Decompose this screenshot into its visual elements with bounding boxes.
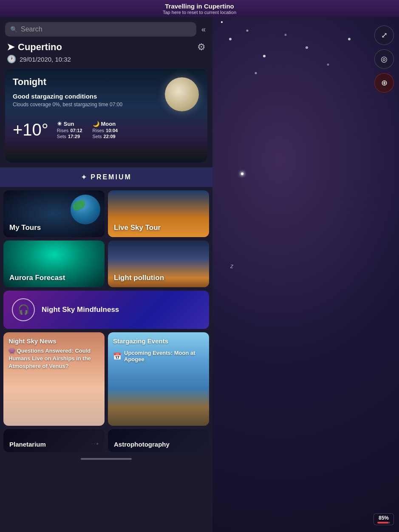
search-bar-container: 🔍 « <box>0 17 212 40</box>
temperature: +10° <box>13 120 48 139</box>
tile-live-sky-tour[interactable]: Live Sky Tour <box>108 190 209 237</box>
moon-label: Moon <box>101 121 116 127</box>
tonight-details: Clouds coverage 0%, best stargazing time… <box>13 102 200 108</box>
aurora-label: Aurora Forecast <box>9 274 65 282</box>
scroll-indicator-bar <box>81 458 132 460</box>
datetime-text: 29/01/2020, 10:32 <box>20 56 71 63</box>
headphones-icon: 🎧 <box>18 304 29 315</box>
mindfulness-label: Night Sky Mindfulness <box>42 306 119 314</box>
moon-rises-row: Rises 10:04 <box>93 128 118 133</box>
tile-aurora-forecast[interactable]: Aurora Forecast <box>3 241 105 287</box>
sun-sets-label: Sets <box>57 134 66 139</box>
star-dot <box>241 173 243 175</box>
sun-sets-time: 17:29 <box>68 134 80 139</box>
moon-rises-time: 10:04 <box>106 128 118 133</box>
expand-icon: ⤢ <box>381 31 388 40</box>
search-input-wrapper[interactable]: 🔍 <box>5 22 196 37</box>
moon-sets-time: 22:09 <box>104 134 116 139</box>
astrophotography-label: Astrophotography <box>114 441 170 448</box>
planetarium-label: Planetarium <box>9 441 46 448</box>
tile-light-pollution[interactable]: Light pollution <box>108 241 209 287</box>
moon-info: 🌙 Moon Rises 10:04 Sets 22:09 <box>93 121 118 139</box>
news-article: 👾 Questions Answered: Could Humans Live … <box>8 347 99 371</box>
tile-astrophotography[interactable]: Astrophotography <box>108 429 209 452</box>
moon-sets-label: Sets <box>93 134 102 139</box>
scroll-indicator <box>0 456 212 463</box>
events-title: Stargazing Events <box>113 337 204 345</box>
event-row: 📅 Upcoming Events: Moon at Apogee <box>113 350 204 362</box>
sun-rises-label: Rises <box>57 128 69 133</box>
event-text: Upcoming Events: Moon at Apogee <box>124 350 204 362</box>
tile-stargazing-events[interactable]: Stargazing Events 📅 Upcoming Events: Moo… <box>108 332 209 426</box>
sun-info: ☀ Sun Rises 07:12 Sets 17:29 <box>57 121 82 139</box>
battery-indicator: 85% <box>374 513 394 525</box>
tonight-title: Tonight <box>13 76 200 88</box>
top-bar-subtitle: Tap here to reset to current location <box>163 10 236 15</box>
top-bar-title: Travelling in Cupertino <box>165 3 234 10</box>
sun-rises-time: 07:12 <box>70 128 82 133</box>
events-content: Stargazing Events 📅 Upcoming Events: Moo… <box>108 332 209 426</box>
mindfulness-icon-circle: 🎧 <box>12 298 35 321</box>
date-row: 🕐 29/01/2020, 10:32 <box>0 54 212 69</box>
earth-visual <box>71 195 100 224</box>
sun-header: ☀ Sun <box>57 121 82 127</box>
right-controls: ⤢ ◎ ⊕ <box>374 25 394 93</box>
my-tours-label: My Tours <box>9 224 41 232</box>
premium-grid: My Tours Live Sky Tour Aurora Forecast L… <box>0 187 212 291</box>
tile-planetarium[interactable]: Planetarium · · + <box>3 429 105 452</box>
location-name-text: Cupertino <box>18 42 62 53</box>
sun-sets-row: Sets 17:29 <box>57 134 82 139</box>
bottom-grid: Planetarium · · + Astrophotography <box>0 429 212 456</box>
tonight-conditions: Good stargazing conditions <box>13 93 200 100</box>
premium-header: ✦ PREMIUM <box>0 167 212 187</box>
location-name: ➤ Cupertino <box>7 42 62 53</box>
sun-rises-row: Rises 07:12 <box>57 128 82 133</box>
location-row: ➤ Cupertino ⚙ <box>0 40 212 54</box>
live-sky-label: Live Sky Tour <box>114 224 161 232</box>
calendar-icon: 📅 <box>113 352 122 360</box>
collapse-button[interactable]: « <box>200 23 207 36</box>
moon-header: 🌙 Moon <box>93 121 118 127</box>
sun-moon-info: ☀ Sun Rises 07:12 Sets 17:29 <box>57 121 118 139</box>
tile-mindfulness[interactable]: 🎧 Night Sky Mindfulness <box>3 291 209 329</box>
battery-percent: 85% <box>379 515 389 521</box>
premium-label: PREMIUM <box>91 173 132 181</box>
z-letter: z <box>230 263 233 269</box>
sidebar: 🔍 « ➤ Cupertino ⚙ 🕐 29/01/2020, 10:32 To… <box>0 17 212 532</box>
sun-icon: ☀ <box>57 121 62 127</box>
planetarium-dots: · · + <box>91 441 99 446</box>
clock-icon: 🕐 <box>7 54 16 64</box>
compass-icon: ◎ <box>381 54 388 64</box>
moon-rises-label: Rises <box>93 128 105 133</box>
tonight-bottom: +10° ☀ Sun Rises 07:12 Sets 17: <box>13 120 200 139</box>
top-bar[interactable]: Travelling in Cupertino Tap here to rese… <box>0 0 399 17</box>
sun-label: Sun <box>64 121 74 127</box>
news-content: Night Sky News 👾 Questions Answered: Cou… <box>3 332 105 426</box>
target-icon: ⊕ <box>381 78 388 88</box>
settings-icon[interactable]: ⚙ <box>197 42 206 53</box>
tile-night-sky-news[interactable]: Night Sky News 👾 Questions Answered: Cou… <box>3 332 105 426</box>
premium-icon: ✦ <box>81 173 87 182</box>
battery-bar-container <box>377 522 390 524</box>
search-icon: 🔍 <box>10 26 17 33</box>
light-pollution-label: Light pollution <box>114 274 164 282</box>
tonight-content: Tonight Good stargazing conditions Cloud… <box>5 69 207 145</box>
news-grid: Night Sky News 👾 Questions Answered: Cou… <box>0 329 212 429</box>
tonight-card[interactable]: Tonight Good stargazing conditions Cloud… <box>5 69 207 162</box>
battery-bar-fill <box>377 522 388 524</box>
news-title: Night Sky News <box>8 337 99 345</box>
moon-sets-row: Sets 22:09 <box>93 134 118 139</box>
tile-my-tours[interactable]: My Tours <box>3 190 105 237</box>
expand-button[interactable]: ⤢ <box>374 25 394 45</box>
moon-icon: 🌙 <box>93 121 99 127</box>
location-arrow-icon: ➤ <box>7 42 14 53</box>
target-button[interactable]: ⊕ <box>374 73 394 93</box>
compass-button[interactable]: ◎ <box>374 49 394 69</box>
search-input[interactable] <box>21 25 191 33</box>
